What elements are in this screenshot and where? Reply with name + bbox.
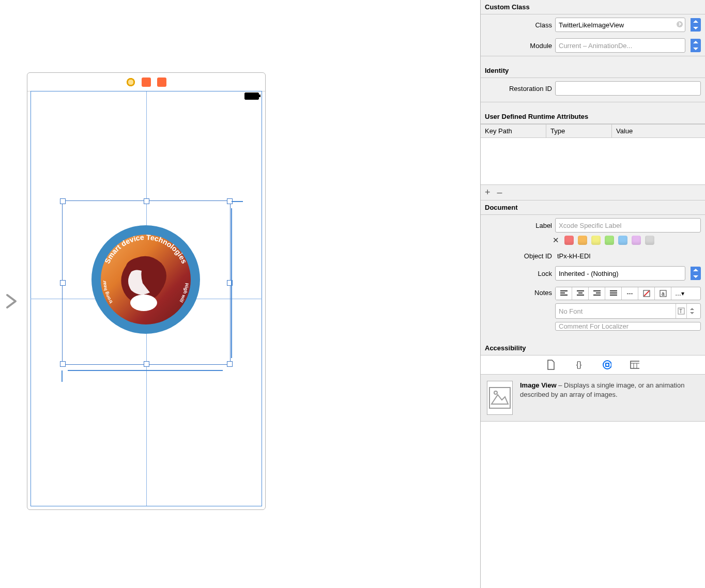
constraint-bar [232, 201, 243, 202]
swatch-blue[interactable] [618, 236, 627, 245]
object-id-label: Object ID [485, 252, 552, 260]
module-combo-button[interactable] [691, 39, 701, 52]
custom-class-header: Custom Class [481, 0, 705, 14]
doc-label-field[interactable]: Xcode Specific Label [555, 218, 701, 233]
identity-inspector-panel: Custom Class Class TwitterLikeImageView … [480, 0, 705, 588]
swatch-gray[interactable] [645, 236, 654, 245]
inspector-tab-bar: {} [481, 355, 705, 374]
align-left-button[interactable] [556, 287, 572, 300]
restoration-id-field[interactable] [555, 81, 701, 96]
svg-text:T: T [679, 308, 682, 314]
remove-attr-button[interactable]: – [497, 187, 502, 198]
svg-rect-12 [631, 361, 639, 368]
interface-builder-canvas[interactable]: Smart device Technologies Strong heart H… [0, 0, 480, 588]
imageview-thumbnail-icon [487, 381, 513, 415]
class-combo-button[interactable] [691, 18, 701, 32]
align-center-button[interactable] [572, 287, 589, 300]
module-label: Module [485, 42, 552, 50]
arrow-right-icon[interactable] [677, 21, 683, 27]
localizer-comment-field[interactable]: Comment For Localizer [555, 322, 701, 331]
document-header: Document [481, 200, 705, 215]
svg-point-4 [133, 296, 142, 305]
status-bar [27, 91, 265, 101]
label-color-swatches: ✕ [481, 236, 705, 249]
hr-button[interactable]: --- [622, 287, 638, 300]
swatch-purple[interactable] [632, 236, 641, 245]
svg-point-14 [494, 391, 497, 394]
restoration-id-label: Restoration ID [485, 85, 552, 92]
notes-label: Notes [485, 287, 552, 297]
identity-inspector-tab[interactable] [602, 360, 611, 369]
constraint-bar [68, 370, 223, 371]
font-stepper-icon[interactable] [686, 304, 697, 318]
logo-image[interactable]: Smart device Technologies Strong heart H… [91, 225, 200, 334]
back-chevron-icon[interactable] [4, 292, 20, 315]
lock-field[interactable]: Inherited - (Nothing) [555, 266, 685, 281]
align-right-button[interactable] [589, 287, 605, 300]
object-id-value: tPx-kH-EDl [555, 252, 701, 260]
svg-point-10 [603, 361, 611, 369]
lock-label: Lock [485, 270, 552, 277]
svg-text:High will: High will [178, 283, 189, 303]
runtime-attrs-table-body[interactable] [481, 138, 705, 185]
font-field[interactable]: No Font T [555, 303, 701, 319]
viewcontroller-icon[interactable] [126, 78, 135, 87]
more-button[interactable]: …▾ [671, 287, 688, 300]
textbox-button[interactable]: a [655, 287, 671, 300]
identity-header: Identity [481, 64, 705, 78]
clear-format-button[interactable] [638, 287, 655, 300]
doc-label-label: Label [485, 222, 552, 229]
align-justify-button[interactable] [605, 287, 622, 300]
svg-text:a: a [662, 291, 665, 297]
swatch-yellow[interactable] [591, 236, 601, 245]
battery-icon [244, 92, 259, 100]
col-type[interactable]: Type [546, 125, 612, 137]
quickhelp-title: Image View [520, 381, 557, 389]
constraint-bar [62, 370, 63, 382]
svg-rect-11 [606, 363, 609, 366]
runtime-attrs-table-header: Key Path Type Value [481, 124, 705, 138]
add-attr-button[interactable]: + [485, 187, 491, 198]
logo-text-right: High will [178, 283, 189, 303]
exit-icon[interactable] [157, 78, 166, 87]
scene-toolbar [27, 73, 265, 91]
lock-combo-button[interactable] [691, 267, 701, 280]
col-keypath[interactable]: Key Path [481, 125, 546, 137]
module-field[interactable]: Current – AnimationDe... [555, 38, 685, 53]
scene-frame[interactable]: Smart device Technologies Strong heart H… [27, 72, 266, 510]
font-picker-icon[interactable]: T [676, 304, 686, 318]
accessibility-header: Accessibility [481, 341, 705, 355]
col-value[interactable]: Value [612, 125, 705, 137]
class-field[interactable]: TwitterLikeImageView [555, 18, 685, 32]
swatch-green[interactable] [605, 236, 614, 245]
class-label: Class [485, 21, 552, 29]
notes-format-toolbar: --- a …▾ [555, 287, 701, 300]
swatch-none[interactable]: ✕ [551, 236, 560, 245]
runtime-attrs-header: User Defined Runtime Attributes [481, 110, 705, 124]
swatch-orange[interactable] [578, 236, 587, 245]
quickhelp-inspector-tab[interactable]: {} [574, 360, 584, 369]
swatch-red[interactable] [564, 236, 574, 245]
first-responder-icon[interactable] [142, 78, 151, 87]
constraint-bar [231, 208, 232, 358]
object-library-quickhelp: Image View – Displays a single image, or… [481, 374, 705, 421]
attributes-inspector-tab[interactable] [630, 360, 639, 369]
file-inspector-tab[interactable] [546, 360, 556, 369]
